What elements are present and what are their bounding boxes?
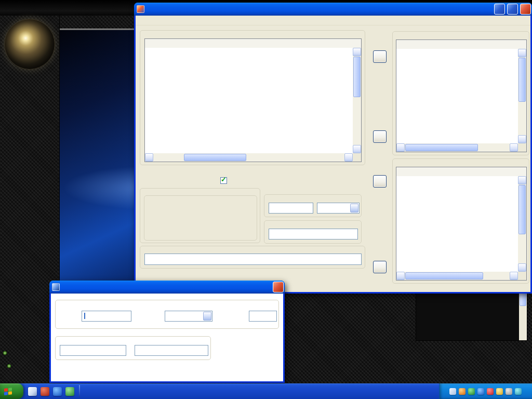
reason-input[interactable] [144,254,362,265]
tray-icon[interactable] [506,388,512,395]
scroll-up-icon[interactable] [353,48,361,56]
vertical-scrollbar[interactable] [518,49,526,143]
ip-select[interactable] [165,311,212,322]
restriction-group [140,188,260,243]
scroll-right-icon[interactable] [510,143,518,152]
scrollbar-corner [518,143,526,152]
remove-comp-ban-button[interactable] [373,261,387,273]
duration-group [264,194,362,217]
banex-menubar [136,16,530,25]
collected-info-table [144,38,362,162]
add-to-mac-ban-button[interactable] [373,50,387,63]
minimize-button[interactable] [494,4,505,15]
banex-window-icon [137,5,144,13]
scroll-left-icon[interactable] [396,143,405,152]
horizontal-scrollbar[interactable] [396,143,518,152]
table-body [396,49,518,143]
selected-text [84,313,85,319]
scrollbar-thumb[interactable] [518,185,526,234]
desktop [0,0,532,399]
system-tray [439,383,532,399]
scroll-left-icon[interactable] [145,153,153,162]
quick-launch-icon[interactable] [28,387,37,396]
reason-group [140,246,365,269]
scrollbar-corner [353,153,361,162]
chevron-down-icon[interactable] [203,312,211,321]
scrollbar-thumb[interactable] [184,154,246,161]
channel-group [264,220,362,244]
comp-ban-group [392,158,529,284]
bot-connection-group [55,300,279,329]
banex-window [134,3,532,294]
banex-body [136,16,530,292]
tray-icon[interactable] [449,388,456,395]
start-button[interactable] [0,383,23,399]
duration-unit-select[interactable] [317,203,360,214]
settings-window [49,281,285,383]
ip-range-to-input[interactable] [135,345,208,356]
tray-icon[interactable] [496,388,503,395]
quick-launch [23,387,79,396]
duration-input[interactable] [269,203,313,214]
settings-titlebar[interactable] [49,281,285,294]
master-logo-orb [4,19,55,70]
nick-input[interactable] [82,311,131,322]
horizontal-scrollbar[interactable] [145,153,353,162]
menu-help[interactable] [149,17,157,24]
quick-launch-icon[interactable] [41,387,49,396]
scrollbar-corner [518,272,526,280]
mac-ban-table [396,39,527,152]
menu-file[interactable] [140,17,148,24]
settings-body [51,294,283,381]
chevron-down-icon[interactable] [350,204,358,212]
port-input[interactable] [249,311,277,322]
channel-input[interactable] [269,229,358,240]
scroll-down-icon[interactable] [518,135,526,143]
vertical-scrollbar[interactable] [518,176,526,272]
taskbar-divider [79,385,80,397]
tray-icon[interactable] [459,388,466,395]
scroll-up-icon[interactable] [518,176,526,184]
ip-range-group [55,336,211,360]
horizontal-scrollbar[interactable] [396,272,518,280]
tray-icon[interactable] [477,388,484,395]
scroll-down-icon[interactable] [353,145,361,153]
scroll-right-icon[interactable] [510,272,518,280]
vertical-scrollbar[interactable] [353,48,361,153]
tray-icon[interactable] [468,388,475,395]
quick-launch-icon[interactable] [65,387,74,396]
collected-info-group [140,30,365,165]
scroll-down-icon[interactable] [518,263,526,272]
close-button[interactable] [273,282,284,292]
close-button[interactable] [520,4,531,15]
maximize-button[interactable] [507,4,518,15]
windows-logo-icon [4,388,12,395]
comp-ban-table [396,167,527,281]
enable-toggle[interactable] [220,177,230,184]
action-group [144,195,257,241]
table-body [396,176,518,272]
tray-icon[interactable] [515,388,522,395]
scroll-right-icon[interactable] [344,153,353,162]
decoration-dot [3,351,7,355]
mac-ban-group [392,31,529,155]
scrollbar-thumb[interactable] [405,144,478,151]
taskbar [0,383,532,399]
table-header [145,39,361,48]
remove-mac-ban-button[interactable] [373,130,387,143]
scrollbar-thumb[interactable] [405,272,483,280]
add-to-comp-ban-button[interactable] [373,175,387,188]
quick-launch-icon[interactable] [53,387,62,396]
settings-window-icon [52,283,60,291]
tray-icon[interactable] [487,388,494,395]
ip-range-from-input[interactable] [60,345,126,356]
table-header [396,40,526,49]
decoration-dot [7,364,11,368]
scrollbar-thumb[interactable] [518,58,526,102]
scroll-left-icon[interactable] [396,272,405,280]
scroll-up-icon[interactable] [518,49,526,57]
scrollbar-thumb[interactable] [353,57,361,97]
table-header [396,167,526,176]
banex-titlebar[interactable] [134,3,532,16]
checkbox-icon[interactable] [220,177,227,184]
